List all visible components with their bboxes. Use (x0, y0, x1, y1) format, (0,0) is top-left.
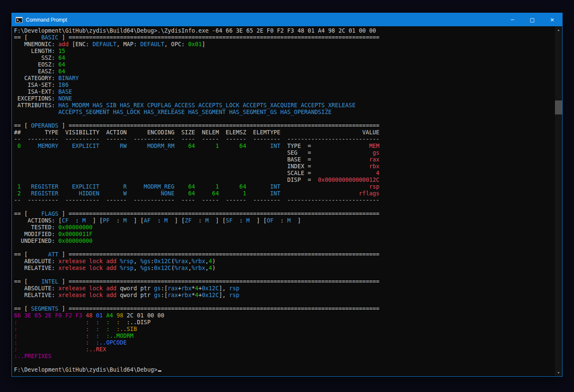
terminal-line: -- --------- ---------- ------ ---------… (14, 136, 554, 143)
terminal-line: ACCEPTS_SEGMENT HAS_LOCK HAS_XRELEASE HA… (14, 109, 554, 116)
terminal-line: 1 REGISTER EXPLICIT R MODRM_REG 64 1 64 … (14, 183, 554, 190)
terminal-line: F:\Development\GitHub\zydis\Build64\Debu… (14, 367, 554, 373)
terminal-line: F:\Development\GitHub\zydis\Build64\Debu… (14, 28, 554, 34)
terminal-line: 66 3E 65 2E F0 F2 F3 48 01 A4 98 2C 01 0… (14, 312, 554, 319)
terminal-line: : : : : : :..DISP (14, 319, 554, 326)
terminal-line: RELATIVE: xrelease lock add %rsp, %gs:0x… (14, 265, 554, 272)
terminal-line: ATTRIBUTES: HAS_MODRM HAS_SIB HAS_REX CP… (14, 102, 554, 109)
terminal-line: == [ FLAGS ] ===========================… (14, 211, 554, 217)
title-bar[interactable]: Command Prompt ─ □ ✕ (12, 13, 562, 26)
terminal-line: == [ SEGMENTS ] ========================… (14, 306, 554, 312)
terminal-line: UNDEFINED: 0x00000000 (14, 238, 554, 245)
cmd-icon[interactable] (16, 17, 22, 23)
terminal-line: MODIFIED: 0x0000011F (14, 231, 554, 238)
terminal-line: INDEX = rbx (14, 163, 554, 170)
terminal-line: BASE = rax (14, 156, 554, 163)
terminal-line: SSZ: 64 (14, 55, 554, 61)
terminal-line: CATEGORY: BINARY (14, 75, 554, 82)
close-button[interactable]: ✕ (542, 13, 562, 26)
terminal-line: : :..REX (14, 346, 554, 353)
terminal-line (14, 245, 554, 251)
terminal-line: MNEMONIC: add [ENC: DEFAULT, MAP: DEFAUL… (14, 41, 554, 48)
terminal-line: SCALE = 4 (14, 170, 554, 177)
terminal-line (14, 272, 554, 278)
terminal-line: == [ OPERANDS ] ========================… (14, 122, 554, 129)
terminal-line: :..PREFIXES (14, 353, 554, 360)
minimize-icon: ─ (511, 17, 514, 23)
terminal-line: ISA-EXT: BASE (14, 89, 554, 95)
terminal-line: : : : : :..SIB (14, 326, 554, 333)
terminal-line: SEG = gs (14, 150, 554, 156)
terminal-line: ## TYPE VISIBILITY ACTION ENCODING SIZE … (14, 129, 554, 136)
maximize-icon: □ (530, 17, 535, 23)
terminal-line (14, 360, 554, 367)
terminal-line: DISP = 0x000000000000012C (14, 177, 554, 183)
terminal-line: == [ INTEL ] ===========================… (14, 278, 554, 285)
terminal-line (14, 116, 554, 122)
terminal-line: == [ BASIC ] ===========================… (14, 34, 554, 41)
terminal-line: ABSOLUTE: xrelease lock add qword ptr gs… (14, 285, 554, 292)
terminal-line: EXCEPTIONS: NONE (14, 95, 554, 102)
minimize-button[interactable]: ─ (502, 13, 522, 26)
command-prompt-window: Command Prompt ─ □ ✕ F:\Development\GitH… (11, 13, 563, 377)
terminal-line: EOSZ: 64 (14, 61, 554, 68)
terminal-line: ISA-SET: I86 (14, 82, 554, 89)
close-icon: ✕ (550, 17, 554, 23)
terminal-line: == [ ATT ] =============================… (14, 251, 554, 258)
scroll-down-icon: ▼ (557, 371, 560, 374)
terminal-line (14, 299, 554, 306)
terminal-line: -- --------- ---------- ------ ---------… (14, 197, 554, 204)
maximize-button[interactable]: □ (522, 13, 542, 26)
terminal-line: TESTED: 0x00000000 (14, 224, 554, 231)
scrollbar[interactable]: ▲ ▼ (555, 26, 562, 376)
window-title: Command Prompt (26, 17, 67, 23)
terminal-line: ACTIONS: [CF : M ] [PF : M ] [AF : M ] [… (14, 217, 554, 224)
terminal-line: RELATIVE: xrelease lock add qword ptr gs… (14, 292, 554, 299)
terminal-line: 2 REGISTER HIDDEN W NONE 64 64 1 INT rfl… (14, 190, 554, 197)
terminal-line: : : :..OPCODE (14, 339, 554, 346)
terminal-line: ABSOLUTE: xrelease lock add %rsp, %gs:0x… (14, 258, 554, 265)
scroll-up-button[interactable]: ▲ (555, 26, 562, 33)
terminal-output: F:\Development\GitHub\zydis\Build64\Debu… (12, 26, 562, 373)
console-area[interactable]: F:\Development\GitHub\zydis\Build64\Debu… (12, 26, 562, 376)
scroll-up-icon: ▲ (557, 28, 560, 31)
window-controls: ─ □ ✕ (502, 13, 562, 26)
scroll-down-button[interactable]: ▼ (555, 369, 562, 376)
terminal-line: LENGTH: 15 (14, 48, 554, 55)
scrollbar-thumb[interactable] (555, 100, 562, 114)
terminal-line: 0 MEMORY EXPLICIT RW MODRM_RM 64 1 64 IN… (14, 143, 554, 150)
terminal-line (14, 204, 554, 211)
terminal-line: EASZ: 64 (14, 68, 554, 75)
terminal-line: : : : :..MODRM (14, 333, 554, 339)
